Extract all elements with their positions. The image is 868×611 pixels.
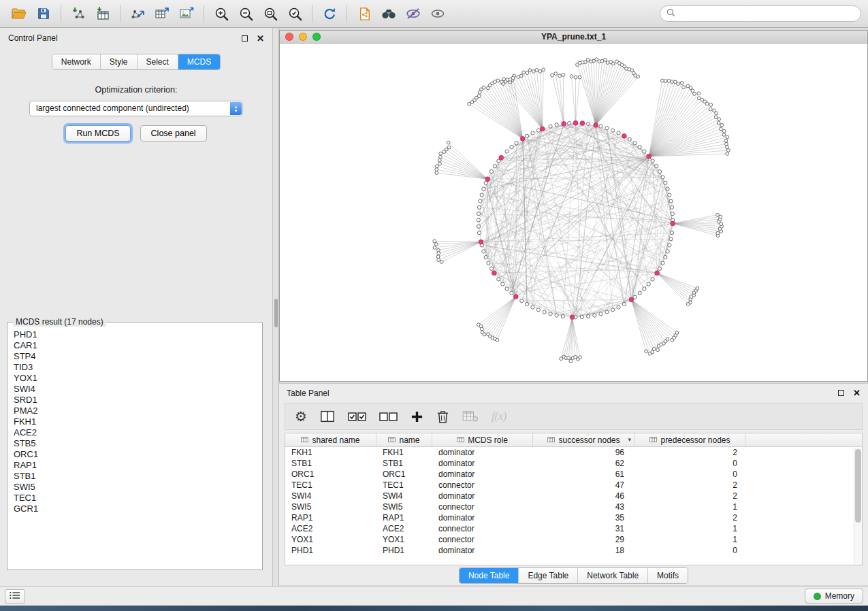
- mcds-result-group: MCDS result (17 nodes) PHD1CAR1STP4TID3Y…: [7, 317, 263, 570]
- toolbar-button-zoom-in[interactable]: [209, 3, 234, 24]
- sort-menu-icon[interactable]: ▾: [628, 436, 631, 443]
- table-scrollbar[interactable]: [854, 448, 862, 565]
- table-row[interactable]: SWI5SWI5connector431: [285, 501, 862, 512]
- toolbar-button-search-binoculars[interactable]: [376, 3, 401, 24]
- table-tab-edge-table[interactable]: Edge Table: [519, 568, 578, 583]
- window-close-button[interactable]: [285, 33, 293, 41]
- toolbar-button-export-network[interactable]: [125, 3, 150, 24]
- table-tab-network-table[interactable]: Network Table: [578, 568, 648, 583]
- table-row[interactable]: ACE2ACE2connector311: [285, 523, 862, 534]
- result-item[interactable]: FKH1: [14, 416, 261, 427]
- tab-mcds[interactable]: MCDS: [178, 54, 220, 69]
- result-item[interactable]: ORC1: [14, 449, 261, 460]
- result-item[interactable]: YOX1: [14, 373, 261, 384]
- close-panel-button[interactable]: Close panel: [140, 125, 207, 142]
- close-panel-icon[interactable]: ✕: [257, 34, 264, 43]
- result-item[interactable]: TEC1: [14, 493, 261, 503]
- result-item[interactable]: TID3: [14, 362, 261, 373]
- network-window-titlebar[interactable]: YPA_prune.txt_1: [280, 31, 867, 44]
- table-toolbar-button-select-all-rows[interactable]: [348, 410, 366, 423]
- toolbar-button-import-network[interactable]: [66, 3, 91, 24]
- cell-successor-nodes: 43: [533, 502, 635, 512]
- toolbar-button-zoom-fit[interactable]: [258, 3, 283, 24]
- splitter-scrollbar-thumb[interactable]: [274, 299, 278, 327]
- float-panel-icon[interactable]: [242, 35, 248, 42]
- table-row[interactable]: TEC1TEC1connector472: [285, 480, 862, 491]
- table-row[interactable]: FKH1FKH1dominator962: [285, 447, 862, 458]
- result-item[interactable]: GCR1: [14, 503, 261, 514]
- toolbar-button-import-table[interactable]: [91, 3, 115, 24]
- table-row[interactable]: RAP1RAP1dominator352: [285, 512, 862, 523]
- status-menu-button[interactable]: [5, 589, 25, 604]
- table-toolbar-button-add-row[interactable]: [411, 410, 423, 423]
- cell-successor-nodes: 46: [533, 491, 635, 501]
- table-row[interactable]: YOX1YOX1connector291: [285, 534, 862, 545]
- window-minimize-button[interactable]: [299, 33, 307, 41]
- table-tab-motifs[interactable]: Motifs: [648, 568, 688, 583]
- add-row-icon: [411, 410, 423, 423]
- toolbar-button-export-image[interactable]: [174, 3, 199, 24]
- table-row[interactable]: STB1STB1dominator620: [285, 458, 862, 469]
- table-toolbar-button-delete-selected-rows[interactable]: [436, 410, 449, 424]
- toolbar-button-zoom-selected[interactable]: [283, 3, 307, 24]
- table-scrollbar-thumb[interactable]: [855, 449, 861, 523]
- toolbar-button-save-session[interactable]: [31, 3, 56, 24]
- toolbar-button-export-table[interactable]: [150, 3, 174, 24]
- cell-predecessor-nodes: 0: [635, 546, 745, 555]
- result-item[interactable]: PMA2: [14, 406, 261, 416]
- cell-predecessor-nodes: 2: [635, 480, 745, 490]
- window-zoom-button[interactable]: [312, 33, 321, 41]
- result-item[interactable]: SWI4: [14, 384, 261, 395]
- result-item[interactable]: PHD1: [14, 329, 261, 340]
- search-box[interactable]: [660, 5, 861, 22]
- export-table-icon: [154, 5, 170, 22]
- tab-network[interactable]: Network: [52, 54, 101, 69]
- close-table-panel-icon[interactable]: ✕: [853, 389, 861, 397]
- result-item[interactable]: STB1: [14, 471, 261, 482]
- cell-name: YOX1: [376, 535, 432, 544]
- column-header-successor-nodes[interactable]: successor nodes▾: [533, 433, 635, 446]
- column-header-MCDS-role[interactable]: MCDS role: [432, 433, 533, 446]
- attribute-icon: [547, 435, 555, 445]
- table-toolbar-button-deselect-all-rows[interactable]: [379, 410, 398, 423]
- cell-successor-nodes: 61: [533, 469, 635, 479]
- criterion-select[interactable]: largest connected component (undirected)…: [29, 101, 243, 116]
- column-header-name[interactable]: name: [376, 433, 432, 446]
- result-item[interactable]: CAR1: [14, 340, 261, 351]
- network-svg[interactable]: [280, 44, 867, 381]
- cell-successor-nodes: 35: [533, 513, 635, 523]
- column-label: predecessor nodes: [660, 435, 730, 445]
- application-window: Control Panel ✕ NetworkStyleSelectMCDS O…: [0, 0, 868, 611]
- panel-splitter[interactable]: [273, 28, 279, 586]
- tab-style[interactable]: Style: [101, 54, 138, 69]
- result-item[interactable]: RAP1: [14, 460, 261, 471]
- toolbar-button-refresh-layout[interactable]: [317, 3, 342, 24]
- float-table-panel-icon[interactable]: [838, 390, 844, 396]
- memory-button[interactable]: Memory: [805, 589, 863, 604]
- toolbar-button-hide-graphics[interactable]: [401, 3, 425, 24]
- toolbar-button-share-network[interactable]: [352, 3, 376, 24]
- result-item[interactable]: STB5: [14, 438, 261, 449]
- result-item[interactable]: STP4: [14, 351, 261, 362]
- cell-shared-name: TEC1: [285, 480, 376, 490]
- column-header-predecessor-nodes[interactable]: predecessor nodes: [635, 433, 745, 446]
- tab-select[interactable]: Select: [138, 54, 178, 69]
- run-mcds-button[interactable]: Run MCDS: [65, 125, 130, 142]
- table-panel: Table Panel ✕ ⚙f(x) shared namenameMCDS …: [279, 383, 868, 585]
- toolbar-button-open-session[interactable]: [7, 3, 31, 24]
- toolbar-button-zoom-out[interactable]: [234, 3, 258, 24]
- table-row[interactable]: PHD1PHD1dominator180: [285, 545, 862, 556]
- toolbar-button-show-graphics[interactable]: [425, 3, 450, 24]
- result-item[interactable]: ACE2: [14, 427, 261, 438]
- cell-shared-name: SWI4: [285, 491, 376, 501]
- column-header-shared-name[interactable]: shared name: [285, 433, 376, 446]
- table-tab-node-table[interactable]: Node Table: [460, 568, 519, 583]
- search-input[interactable]: [679, 9, 854, 18]
- memory-label: Memory: [825, 591, 854, 601]
- result-item[interactable]: SWI5: [14, 482, 261, 493]
- result-item[interactable]: SRD1: [14, 395, 261, 406]
- table-row[interactable]: SWI4SWI4dominator462: [285, 491, 862, 501]
- table-toolbar-button-show-columns[interactable]: [320, 410, 335, 423]
- table-row[interactable]: ORC1ORC1dominator610: [285, 469, 862, 480]
- table-toolbar-button-table-settings[interactable]: ⚙: [295, 410, 307, 423]
